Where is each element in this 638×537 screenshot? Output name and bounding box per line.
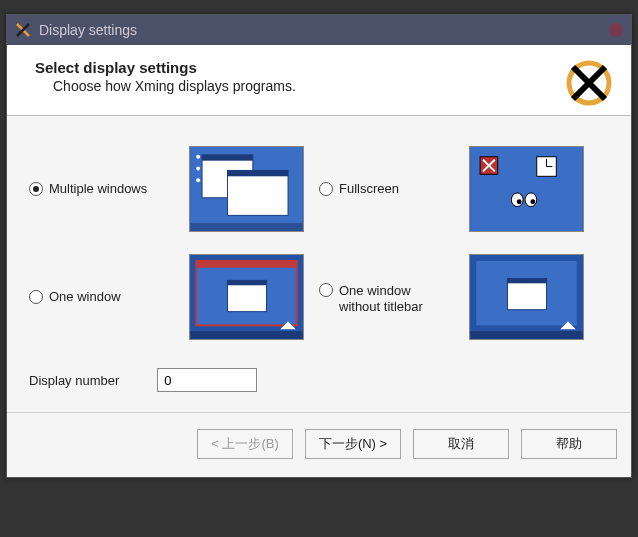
display-number-row: Display number <box>29 368 609 392</box>
wizard-header: Select display settings Choose how Xming… <box>7 45 631 116</box>
radio-label: Multiple windows <box>49 181 147 197</box>
svg-point-22 <box>525 193 537 207</box>
display-number-label: Display number <box>29 373 119 388</box>
svg-rect-10 <box>227 170 288 176</box>
thumbnail-one-window <box>189 254 304 340</box>
svg-rect-9 <box>227 170 288 215</box>
cancel-button[interactable]: 取消 <box>413 429 509 459</box>
radio-one-window-no-titlebar[interactable]: One window without titlebar <box>319 279 459 314</box>
titlebar: Display settings <box>7 15 631 45</box>
radio-label: One window without titlebar <box>339 283 423 314</box>
next-button[interactable]: 下一步(N) > <box>305 429 401 459</box>
thumbnail-fullscreen <box>469 146 584 232</box>
app-icon <box>15 22 31 38</box>
svg-point-23 <box>517 199 522 204</box>
svg-rect-6 <box>190 223 302 231</box>
display-number-input[interactable] <box>157 368 257 392</box>
display-settings-window: Display settings Select display settings… <box>6 14 632 478</box>
radio-label: One window <box>49 289 121 305</box>
radio-one-window[interactable]: One window <box>29 289 179 305</box>
svg-rect-35 <box>507 278 546 283</box>
svg-point-13 <box>196 178 200 182</box>
wizard-footer: < 上一步(B) 下一步(N) > 取消 帮助 <box>7 412 631 477</box>
svg-point-12 <box>196 167 200 171</box>
svg-point-21 <box>511 193 523 207</box>
xming-logo <box>565 59 613 107</box>
radio-icon <box>319 283 333 297</box>
svg-rect-30 <box>190 331 302 339</box>
svg-point-24 <box>530 199 535 204</box>
titlebar-indicator <box>609 23 623 37</box>
radio-icon <box>29 290 43 304</box>
thumbnail-multiple-windows <box>189 146 304 232</box>
radio-icon <box>319 182 333 196</box>
window-title: Display settings <box>39 22 137 38</box>
svg-rect-29 <box>227 280 266 285</box>
svg-rect-36 <box>470 331 582 339</box>
radio-multiple-windows[interactable]: Multiple windows <box>29 181 179 197</box>
svg-point-11 <box>196 155 200 159</box>
radio-icon <box>29 182 43 196</box>
radio-fullscreen[interactable]: Fullscreen <box>319 181 459 197</box>
svg-rect-8 <box>202 155 253 161</box>
help-button[interactable]: 帮助 <box>521 429 617 459</box>
back-button[interactable]: < 上一步(B) <box>197 429 293 459</box>
radio-label: Fullscreen <box>339 181 399 197</box>
content-area: Multiple windows Fullscreen <box>7 116 631 412</box>
page-title: Select display settings <box>35 59 557 76</box>
svg-rect-27 <box>196 261 297 268</box>
page-subtitle: Choose how Xming displays programs. <box>53 78 557 94</box>
thumbnail-one-window-no-titlebar <box>469 254 584 340</box>
